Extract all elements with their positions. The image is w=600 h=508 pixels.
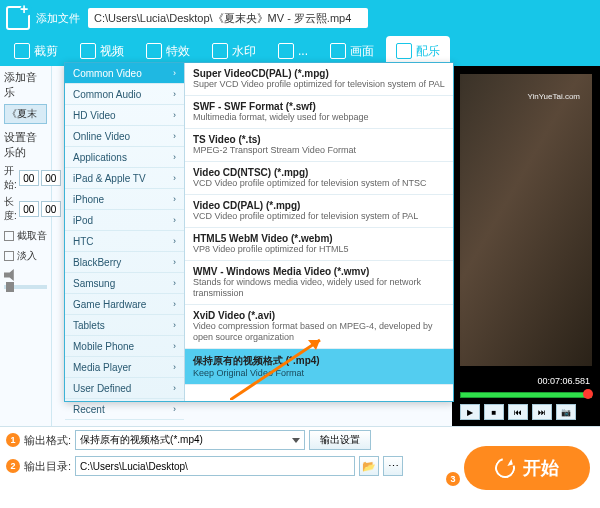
title-bar: 添加文件 C:\Users\Lucia\Desktop\《夏末央》MV - 罗云… — [0, 0, 600, 36]
bottom-bar: 1 输出格式: 保持原有的视频格式(*.mp4) 输出设置 2 输出目录: C:… — [0, 426, 600, 508]
category-item[interactable]: BlackBerry› — [65, 252, 184, 273]
format-item[interactable]: Video CD(PAL) (*.mpg)VCD Video profile o… — [185, 195, 453, 228]
category-item[interactable]: iPhone› — [65, 189, 184, 210]
start-time-row: 开始: — [4, 164, 47, 192]
category-item[interactable]: Tablets› — [65, 315, 184, 336]
length-mm[interactable] — [41, 201, 61, 217]
badge-2: 2 — [6, 459, 20, 473]
format-item[interactable]: SWF - SWF Format (*.swf)Multimedia forma… — [185, 96, 453, 129]
format-item[interactable]: Super VideoCD(PAL) (*.mpg)Super VCD Vide… — [185, 63, 453, 96]
category-item[interactable]: Common Audio› — [65, 84, 184, 105]
chevron-right-icon: › — [173, 231, 176, 252]
prev-button[interactable]: ⏮ — [508, 404, 528, 420]
tab-icon — [330, 43, 346, 59]
music-settings-label: 设置音乐的 — [4, 130, 47, 160]
category-item[interactable]: Media Player› — [65, 357, 184, 378]
tab-icon — [146, 43, 162, 59]
chevron-down-icon — [292, 438, 300, 443]
watermark-text: YinYueTai.com — [527, 92, 580, 101]
category-list: Common Video›Common Audio›HD Video›Onlin… — [65, 63, 185, 401]
output-format-label: 输出格式: — [24, 433, 71, 448]
category-item[interactable]: Online Video› — [65, 126, 184, 147]
category-item[interactable]: Samsung› — [65, 273, 184, 294]
length-hh[interactable] — [19, 201, 39, 217]
start-hh[interactable] — [19, 170, 39, 186]
category-item[interactable]: Common Video› — [65, 63, 184, 84]
category-item[interactable]: HD Video› — [65, 105, 184, 126]
category-item[interactable]: Game Hardware› — [65, 294, 184, 315]
left-panel: 添加音乐 《夏末 设置音乐的 开始: 长度: 截取音 淡入 — [0, 66, 52, 426]
filepath-display: C:\Users\Lucia\Desktop\《夏末央》MV - 罗云熙.mp4 — [88, 8, 368, 28]
extract-audio-check[interactable]: 截取音 — [4, 229, 47, 243]
category-item[interactable]: Applications› — [65, 147, 184, 168]
format-item[interactable]: 保持原有的视频格式 (*.mp4)Keep Original Video For… — [185, 349, 453, 385]
output-dir-label: 输出目录: — [24, 459, 71, 474]
format-dropdown: Common Video›Common Audio›HD Video›Onlin… — [64, 62, 454, 402]
tab-icon — [396, 43, 412, 59]
music-file-item[interactable]: 《夏末 — [4, 104, 47, 124]
category-item[interactable]: iPad & Apple TV› — [65, 168, 184, 189]
browse-button[interactable]: ⋯ — [383, 456, 403, 476]
tab-icon — [80, 43, 96, 59]
tab-icon — [278, 43, 294, 59]
badge-1: 1 — [6, 433, 20, 447]
category-item[interactable]: User Defined› — [65, 378, 184, 399]
snapshot-button[interactable]: 📷 — [556, 404, 576, 420]
chevron-right-icon: › — [173, 357, 176, 378]
chevron-right-icon: › — [173, 315, 176, 336]
format-item[interactable]: TS Video (*.ts)MPEG-2 Transport Stream V… — [185, 129, 453, 162]
next-button[interactable]: ⏭ — [532, 404, 552, 420]
chevron-right-icon: › — [173, 336, 176, 357]
chevron-right-icon: › — [173, 399, 176, 420]
chevron-right-icon: › — [173, 126, 176, 147]
stop-button[interactable]: ■ — [484, 404, 504, 420]
add-file-label[interactable]: 添加文件 — [36, 11, 80, 26]
chevron-right-icon: › — [173, 84, 176, 105]
chevron-right-icon: › — [173, 210, 176, 231]
format-item[interactable]: XviD Video (*.avi)Video compression form… — [185, 305, 453, 349]
length-row: 长度: — [4, 195, 47, 223]
length-label: 长度: — [4, 195, 17, 223]
category-item[interactable]: Recent› — [65, 399, 184, 420]
chevron-right-icon: › — [173, 378, 176, 399]
open-folder-button[interactable]: 📂 — [359, 456, 379, 476]
output-dir-input[interactable]: C:\Users\Lucia\Desktop\ — [75, 456, 355, 476]
volume-icon — [4, 269, 18, 281]
add-music-label: 添加音乐 — [4, 70, 47, 100]
output-settings-button[interactable]: 输出设置 — [309, 430, 371, 450]
start-button[interactable]: 开始 — [464, 446, 590, 490]
category-item[interactable]: iPod› — [65, 210, 184, 231]
format-list: Super VideoCD(PAL) (*.mpg)Super VCD Vide… — [185, 63, 453, 401]
start-mm[interactable] — [41, 170, 61, 186]
tab-0[interactable]: 截剪 — [4, 36, 68, 66]
timestamp: 00:07:06.581 — [537, 376, 590, 386]
preview-frame: YinYueTai.com — [460, 74, 592, 366]
badge-3: 3 — [446, 472, 460, 486]
start-label: 开始: — [4, 164, 17, 192]
category-item[interactable]: Mobile Phone› — [65, 336, 184, 357]
tab-icon — [212, 43, 228, 59]
fade-in-check[interactable]: 淡入 — [4, 249, 47, 263]
progress-bar[interactable] — [460, 392, 592, 398]
chevron-right-icon: › — [173, 105, 176, 126]
format-item[interactable]: Video CD(NTSC) (*.mpg)VCD Video profile … — [185, 162, 453, 195]
chevron-right-icon: › — [173, 189, 176, 210]
add-file-icon[interactable] — [6, 6, 30, 30]
chevron-right-icon: › — [173, 63, 176, 84]
format-item[interactable]: HTML5 WebM Video (*.webm)VP8 Video profi… — [185, 228, 453, 261]
chevron-right-icon: › — [173, 168, 176, 189]
chevron-right-icon: › — [173, 294, 176, 315]
category-item[interactable]: HTC› — [65, 231, 184, 252]
video-preview: YinYueTai.com 00:07:06.581 ▶ ■ ⏮ ⏭ 📷 — [452, 66, 600, 426]
chevron-right-icon: › — [173, 147, 176, 168]
chevron-right-icon: › — [173, 252, 176, 273]
chevron-right-icon: › — [173, 273, 176, 294]
format-item[interactable]: WMV - Windows Media Video (*.wmv)Stands … — [185, 261, 453, 305]
volume-slider[interactable] — [4, 285, 47, 289]
refresh-icon — [491, 454, 518, 481]
preview-controls: ▶ ■ ⏮ ⏭ 📷 — [460, 404, 592, 420]
play-button[interactable]: ▶ — [460, 404, 480, 420]
output-format-select[interactable]: 保持原有的视频格式(*.mp4) — [75, 430, 305, 450]
tab-icon — [14, 43, 30, 59]
